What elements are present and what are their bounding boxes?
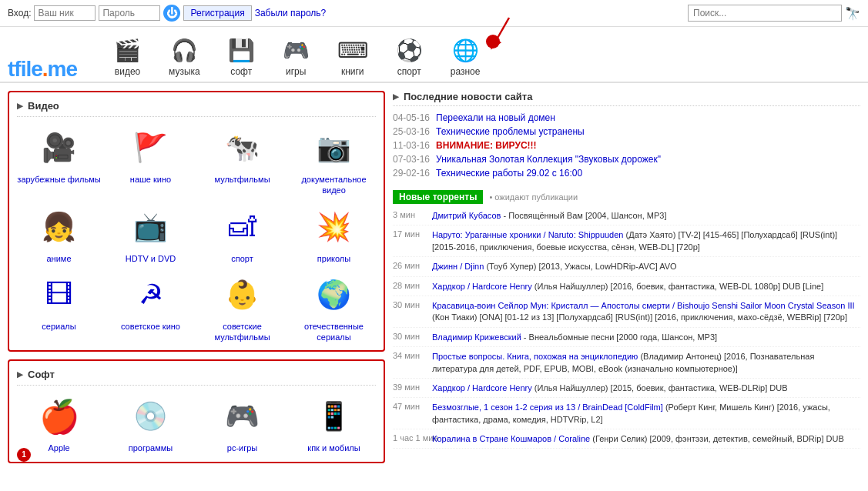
torrent-link-5[interactable]: Владимир Крижевский [432, 332, 521, 342]
news-link-0[interactable]: Переехали на новый домен [436, 112, 555, 123]
cat-hdtv[interactable]: 📺 HDTV и DVD [109, 204, 193, 264]
torrents-header: Новые торренты • ожидают публикации [393, 190, 860, 204]
nav-item-games[interactable]: 🎮 игры [269, 33, 323, 83]
cat-documentary[interactable]: 📷 документальное видео [292, 125, 376, 196]
cat-label-soviet-cinema: советское кино [121, 321, 180, 332]
torrent-text-7: Хардкор / Hardcore Henry (Илья Найшуллер… [432, 382, 788, 394]
search-area: 🔭 [688, 5, 860, 22]
soft-play-icon: ▶ [17, 370, 23, 379]
video-nav-icon: 🎬 [114, 38, 141, 63]
torrent-link-2[interactable]: Джинн / Djinn [432, 262, 484, 271]
cat-soviet-cinema[interactable]: ☭ советское кино [109, 272, 193, 343]
torrent-link-7[interactable]: Хардкор / Hardcore Henry [432, 383, 532, 392]
torrent-link-8[interactable]: Безмозглые, 1 сезон 1-2 серия из 13 / Br… [432, 402, 663, 412]
torrent-time-6: 34 мин [393, 351, 427, 360]
torrent-link-9[interactable]: Коралина в Стране Кошмаров / Coraline [432, 434, 590, 443]
torrent-item-6: 34 мин Простые вопросы. Книга, похожая н… [393, 351, 860, 379]
cat-mobile[interactable]: 📱 кпк и мобилы [292, 393, 376, 453]
torrent-item-5: 30 мин Владимир Крижевский - Внеальбомны… [393, 332, 860, 347]
forgot-password-link[interactable]: Забыли пароль? [255, 8, 327, 18]
nav-label-sport: спорт [397, 66, 421, 77]
cat-cartoons[interactable]: 🐄 мультфильмы [200, 125, 284, 196]
search-input[interactable] [688, 5, 842, 22]
news-play-icon: ▶ [393, 92, 399, 101]
soviet-cartoons-icon: 👶 [220, 272, 266, 318]
cat-our-cinema[interactable]: 🚩 наше кино [109, 125, 193, 196]
torrent-time-5: 30 мин [393, 332, 427, 341]
torrent-item-0: 3 мин Дмитрий Кубасов - Посвящённый Вам … [393, 210, 860, 225]
torrent-item-4: 30 мин Красавица-воин Сейлор Мун: Криста… [393, 300, 860, 328]
news-item-0: 04-05-16 Переехали на новый домен [393, 112, 860, 123]
torrent-text-8: Безмозглые, 1 сезон 1-2 серия из 13 / Br… [432, 402, 860, 426]
news-item-1: 25-03-16 Технические проблемы устранены [393, 126, 860, 137]
torrent-link-3[interactable]: Хардкор / Hardcore Henry [432, 282, 532, 291]
cat-label-serials: сериалы [42, 321, 75, 332]
cat-anime[interactable]: 👧 аниме [17, 204, 101, 264]
torrent-link-6[interactable]: Простые вопросы. Книга, похожая на энцик… [432, 352, 638, 361]
nav-label-books: книги [341, 66, 364, 77]
torrent-text-4: Красавица-воин Сейлор Мун: Кристалл — Ап… [432, 300, 860, 324]
power-icon[interactable]: ⏻ [163, 5, 180, 22]
nav-item-soft[interactable]: 💾 софт [214, 33, 269, 83]
torrent-item-2: 26 мин Джинн / Djinn (Тоуб Хупер) [2013,… [393, 261, 860, 276]
news-section: ▶ Последние новости сайта 04-05-16 Перее… [393, 91, 860, 179]
logo[interactable]: tfile.me [8, 57, 77, 82]
sport-video-icon: 🛋 [220, 204, 266, 250]
news-link-2[interactable]: ВНИМАНИЕ: ВИРУС!!! [436, 140, 537, 151]
torrent-link-4[interactable]: Красавица-воин Сейлор Мун: Кристалл — Ап… [432, 301, 855, 310]
torrent-time-4: 30 мин [393, 300, 427, 309]
new-torrents-button[interactable]: Новые торренты [393, 190, 483, 204]
cat-sport-video[interactable]: 🛋 спорт [200, 204, 284, 264]
news-link-3[interactable]: Уникальная Золотая Коллекция "Звуковых д… [436, 154, 661, 165]
news-link-1[interactable]: Технические проблемы устранены [436, 126, 585, 137]
nav-bar: tfile.me 🎬 видео 🎧 музыка 💾 софт 🎮 игры … [0, 27, 868, 83]
torrent-time-0: 3 мин [393, 210, 427, 219]
torrent-time-7: 39 мин [393, 382, 427, 392]
cat-funny[interactable]: 💥 приколы [292, 204, 376, 264]
cat-label-documentary: документальное видео [292, 174, 376, 196]
nav-item-sport[interactable]: ⚽ спорт [382, 33, 437, 83]
cat-label-foreign-films: зарубежные фильмы [17, 174, 100, 185]
news-item-2: 11-03-16 ВНИМАНИЕ: ВИРУС!!! [393, 140, 860, 151]
panel-badge-1: 1 [17, 448, 31, 462]
torrent-text-6: Простые вопросы. Книга, похожая на энцик… [432, 351, 860, 375]
torrent-text-9: Коралина в Стране Кошмаров / Coraline (Г… [432, 433, 844, 445]
torrent-time-3: 28 мин [393, 281, 427, 290]
torrent-text-2: Джинн / Djinn (Тоуб Хупер) [2013, Ужасы,… [432, 261, 677, 272]
register-button[interactable]: Регистрация [183, 5, 251, 21]
torrent-link-0[interactable]: Дмитрий Кубасов [432, 211, 501, 220]
torrent-time-1: 17 мин [393, 229, 427, 239]
apple-icon: 🍎 [36, 393, 82, 439]
cat-foreign-films[interactable]: 🎥 зарубежные фильмы [17, 125, 101, 196]
username-input[interactable] [34, 5, 96, 21]
programs-icon: 💿 [128, 393, 174, 439]
cat-label-russian-serials: отечественные сериалы [292, 321, 376, 343]
torrent-item-7: 39 мин Хардкор / Hardcore Henry (Илья На… [393, 382, 860, 398]
news-title: ▶ Последние новости сайта [393, 91, 860, 106]
cat-programs[interactable]: 💿 программы [109, 393, 193, 453]
cat-serials[interactable]: 🎞 сериалы [17, 272, 101, 343]
nav-item-video[interactable]: 🎬 видео [100, 33, 155, 83]
documentary-icon: 📷 [311, 125, 357, 171]
news-link-4[interactable]: Технические работы 29.02 с 16:00 [436, 168, 582, 179]
torrent-link-1[interactable]: Наруто: Ураганные хроники / Naruto: Ship… [432, 230, 623, 239]
cat-apple[interactable]: 🍎 Apple [17, 393, 101, 453]
search-button[interactable]: 🔭 [845, 6, 860, 21]
soft-title-text: Софт [28, 369, 55, 380]
cat-russian-serials[interactable]: 🌍 отечественные сериалы [292, 272, 376, 343]
torrent-time-2: 26 мин [393, 261, 427, 270]
news-title-text: Последние новости сайта [404, 91, 532, 102]
games-nav-icon: 🎮 [283, 38, 310, 63]
password-input[interactable] [99, 5, 160, 21]
cat-pc-games[interactable]: 🎮 рс-игры [200, 393, 284, 453]
torrent-item-1: 17 мин Наруто: Ураганные хроники / Narut… [393, 229, 860, 257]
nav-label-soft: софт [230, 66, 252, 77]
torrent-time-9: 1 час 1 мин [393, 433, 427, 443]
torrent-text-5: Владимир Крижевский - Внеальбомные песни… [432, 332, 717, 343]
nav-item-music[interactable]: 🎧 музыка [155, 33, 214, 83]
nav-label-music: музыка [169, 66, 200, 77]
cat-soviet-cartoons[interactable]: 👶 советские мультфильмы [200, 272, 284, 343]
nav-item-books[interactable]: ⌨ книги [323, 33, 382, 83]
awaiting-text: • ожидают публикации [489, 192, 578, 202]
soft-section: ▶ Софт 🍎 Apple 💿 программы 🎮 рс-игры 📱 [8, 359, 385, 463]
